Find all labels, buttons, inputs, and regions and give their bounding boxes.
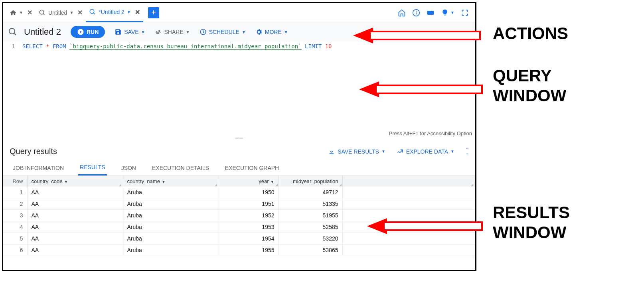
- caret-down-icon: ▼: [284, 30, 288, 34]
- resize-handle[interactable]: ◢: [471, 183, 474, 186]
- cell-country-code: AA: [27, 233, 123, 245]
- tab-json[interactable]: JSON: [120, 161, 138, 175]
- info-icon[interactable]: [412, 9, 420, 17]
- cell-year: 1953: [219, 221, 279, 233]
- col-midyear-population[interactable]: midyear_population◢: [279, 176, 342, 187]
- caret-down-icon: ▼: [127, 10, 131, 14]
- line-number: 1: [3, 43, 15, 49]
- drag-handle[interactable]: ━━: [3, 137, 475, 141]
- col-year[interactable]: year▼◢: [219, 176, 279, 187]
- expand-collapse-icon[interactable]: ⌃⌄: [466, 148, 469, 155]
- col-country-name[interactable]: country_name▼◢: [123, 176, 219, 187]
- table-row[interactable]: 2AAAruba195151335: [3, 198, 475, 210]
- cell-country-name: Aruba: [123, 198, 219, 210]
- sql-table-ref[interactable]: `bigquery-public-data.census_bureau_inte…: [69, 43, 302, 50]
- resize-handle[interactable]: ◢: [275, 183, 278, 186]
- cell-row-num: 6: [3, 245, 27, 256]
- results-table: Row country_code▼◢ country_name▼◢ year▼◢…: [3, 176, 475, 256]
- caret-down-icon: ▼: [242, 30, 246, 34]
- save-results-label: SAVE RESULTS: [338, 148, 379, 155]
- tab-home[interactable]: ▼ ✕: [6, 3, 36, 22]
- col-row[interactable]: Row: [3, 176, 27, 187]
- col-label: midyear_population: [293, 178, 338, 184]
- annotation-arrow: [353, 27, 485, 44]
- query-icon: [89, 8, 96, 16]
- tab-untitled-2[interactable]: *Untitled 2 ▼ ✕: [86, 3, 143, 22]
- table-row[interactable]: 1AAAruba195049712: [3, 187, 475, 198]
- annotation-actions: ACTIONS: [493, 24, 568, 43]
- tab-job-info[interactable]: JOB INFORMATION: [11, 161, 65, 175]
- cell-year: 1955: [219, 245, 279, 256]
- share-label: SHARE: [164, 29, 184, 35]
- sort-icon[interactable]: ▼: [64, 179, 68, 184]
- cell-pop: 53220: [279, 233, 342, 245]
- save-button[interactable]: SAVE ▼: [115, 28, 145, 36]
- tab-results[interactable]: RESULTS: [78, 160, 107, 176]
- keyboard-icon[interactable]: [427, 9, 435, 17]
- col-country-code[interactable]: country_code▼◢: [27, 176, 123, 187]
- svg-point-6: [416, 10, 417, 12]
- query-icon: [8, 27, 18, 37]
- clock-icon: [200, 28, 207, 36]
- run-button[interactable]: RUN: [71, 26, 105, 38]
- resize-handle[interactable]: ◢: [215, 183, 218, 186]
- table-header-row: Row country_code▼◢ country_name▼◢ year▼◢…: [3, 176, 475, 187]
- resize-handle[interactable]: ◢: [119, 183, 122, 186]
- col-label: country_name: [127, 178, 160, 184]
- share-button[interactable]: SHARE ▼: [155, 28, 190, 36]
- more-label: MORE: [265, 29, 282, 35]
- share-icon: [155, 28, 162, 36]
- close-icon[interactable]: ✕: [77, 9, 83, 16]
- tab-untitled-1[interactable]: Untitled ▼ ✕: [36, 3, 86, 22]
- lightbulb-dropdown[interactable]: ▼: [441, 9, 454, 17]
- close-icon[interactable]: ✕: [27, 9, 32, 16]
- more-button[interactable]: MORE ▼: [255, 28, 288, 36]
- sql-number: 10: [325, 43, 332, 49]
- tab-exec-details[interactable]: EXECUTION DETAILS: [150, 161, 211, 175]
- caret-down-icon: ▼: [141, 30, 145, 34]
- annotation-arrow: [359, 81, 487, 98]
- svg-line-9: [14, 33, 16, 35]
- result-tabs: JOB INFORMATION RESULTS JSON EXECUTION D…: [3, 160, 475, 176]
- cell-row-num: 5: [3, 233, 27, 245]
- caret-down-icon: ▼: [381, 149, 385, 154]
- explore-data-label: EXPLORE DATA: [406, 148, 448, 155]
- run-label: RUN: [87, 29, 99, 35]
- toolbar-right: ▼: [398, 9, 472, 17]
- line-gutter: 1: [3, 41, 19, 137]
- resize-handle[interactable]: ◢: [338, 183, 342, 186]
- annotation-results-window: RESULTS WINDOW: [493, 203, 570, 243]
- col-label: country_code: [32, 178, 63, 184]
- cell-country-name: Aruba: [123, 233, 219, 245]
- page-title: Untitled 2: [24, 27, 61, 37]
- tab-exec-graph[interactable]: EXECUTION GRAPH: [223, 161, 281, 175]
- tab-label: Untitled: [48, 10, 67, 16]
- chart-icon: [397, 148, 404, 155]
- annotation-arrow: [367, 217, 487, 235]
- home-outline-icon[interactable]: [398, 9, 406, 17]
- cell-spacer: [342, 245, 475, 256]
- save-label: SAVE: [124, 29, 138, 35]
- schedule-label: SCHEDULE: [209, 29, 239, 35]
- svg-rect-20: [385, 223, 481, 229]
- svg-marker-13: [353, 28, 373, 43]
- cell-country-code: AA: [27, 245, 123, 256]
- results-actions: SAVE RESULTS ▼ EXPLORE DATA ▼ ⌃⌄: [328, 148, 469, 155]
- explore-data-button[interactable]: EXPLORE DATA ▼: [397, 148, 454, 155]
- add-tab-button[interactable]: +: [148, 7, 159, 18]
- cell-country-name: Aruba: [123, 221, 219, 233]
- sql-keyword: LIMIT: [305, 43, 322, 49]
- sort-icon[interactable]: ▼: [162, 179, 166, 184]
- table-row[interactable]: 6AAAruba195553865: [3, 245, 475, 256]
- schedule-button[interactable]: SCHEDULE ▼: [200, 28, 246, 36]
- cell-country-name: Aruba: [123, 245, 219, 256]
- cell-pop: 49712: [279, 187, 342, 198]
- tab-label: *Untitled 2: [99, 9, 124, 15]
- save-results-button[interactable]: SAVE RESULTS ▼: [328, 148, 385, 155]
- annotation-query-window: QUERY WINDOW: [493, 66, 566, 106]
- sort-icon[interactable]: ▼: [271, 179, 275, 184]
- svg-point-0: [40, 10, 44, 14]
- close-icon[interactable]: ✕: [135, 8, 140, 16]
- fullscreen-icon[interactable]: [461, 9, 469, 17]
- cell-country-code: AA: [27, 187, 123, 198]
